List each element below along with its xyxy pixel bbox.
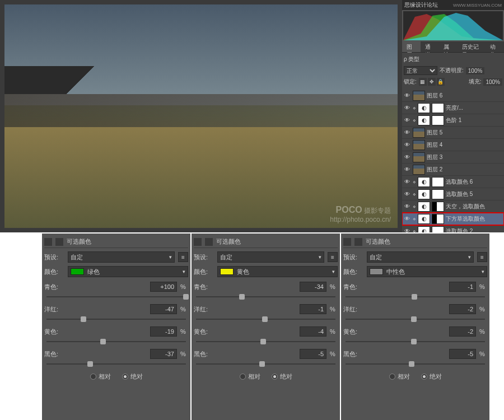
- mask-thumb[interactable]: [432, 226, 444, 233]
- layer-row[interactable]: 👁图层 3: [402, 151, 504, 164]
- layer-thumb[interactable]: [413, 152, 425, 162]
- layer-row[interactable]: 👁图层 4: [402, 139, 504, 151]
- yellow-slider[interactable]: [346, 338, 485, 346]
- absolute-radio[interactable]: 绝对: [421, 372, 442, 381]
- magenta-value-input[interactable]: [300, 304, 326, 314]
- visibility-eye-icon[interactable]: 👁: [403, 215, 411, 223]
- absolute-radio[interactable]: 绝对: [272, 372, 292, 381]
- mask-thumb[interactable]: [432, 214, 444, 224]
- mask-icon[interactable]: [205, 238, 213, 246]
- link-icon[interactable]: ⋄: [413, 179, 416, 185]
- tab-props[interactable]: 属性: [439, 41, 458, 52]
- layer-name[interactable]: 图层 5: [427, 129, 503, 137]
- tab-layers[interactable]: 图层: [402, 41, 421, 52]
- magenta-slider[interactable]: [196, 315, 335, 323]
- preset-menu-button[interactable]: ≡: [477, 252, 487, 262]
- layer-thumb[interactable]: [413, 91, 425, 101]
- cyan-slider[interactable]: [46, 293, 186, 301]
- tab-actions[interactable]: 动作: [486, 41, 504, 52]
- visibility-eye-icon[interactable]: 👁: [403, 227, 411, 233]
- mask-thumb[interactable]: [432, 189, 444, 199]
- link-icon[interactable]: ⋄: [413, 118, 416, 123]
- relative-radio[interactable]: 相对: [240, 372, 260, 381]
- adjustment-thumb[interactable]: ◐: [418, 103, 430, 113]
- mask-icon[interactable]: [354, 238, 362, 246]
- layer-name[interactable]: 图层 2: [427, 166, 503, 174]
- adjustment-icon[interactable]: [44, 238, 52, 246]
- mask-thumb[interactable]: [432, 202, 444, 212]
- opacity-value[interactable]: 100%: [466, 67, 485, 74]
- mask-thumb[interactable]: [432, 103, 444, 113]
- layer-row[interactable]: 👁⋄◐选取颜色 5: [402, 188, 504, 200]
- adjustment-icon[interactable]: [194, 238, 202, 246]
- layer-row[interactable]: 👁⋄◐选取颜色 2: [402, 225, 504, 232]
- adjustment-thumb[interactable]: ◐: [418, 226, 430, 233]
- mask-thumb[interactable]: [432, 115, 444, 125]
- link-icon[interactable]: ⋄: [413, 204, 416, 209]
- layer-thumb[interactable]: [413, 140, 425, 150]
- link-icon[interactable]: ⋄: [413, 192, 416, 197]
- layer-row[interactable]: 👁⋄◐色阶 1: [402, 114, 504, 127]
- lock-all-icon[interactable]: 🔒: [437, 78, 445, 86]
- blend-mode-select[interactable]: 正常: [404, 66, 437, 75]
- tab-channels[interactable]: 通道: [421, 41, 439, 52]
- visibility-eye-icon[interactable]: 👁: [403, 178, 411, 186]
- mask-icon[interactable]: [55, 238, 63, 246]
- layers-list[interactable]: 👁图层 6👁⋄◐亮度/...👁⋄◐色阶 1👁图层 5👁图层 4👁图层 3👁图层 …: [402, 90, 504, 232]
- visibility-eye-icon[interactable]: 👁: [403, 166, 411, 174]
- preset-select[interactable]: 自定▾: [217, 251, 324, 263]
- cyan-value-input[interactable]: [449, 282, 476, 292]
- yellow-value-input[interactable]: [150, 326, 177, 337]
- color-select[interactable]: 中性色▾: [367, 266, 487, 277]
- link-icon[interactable]: ⋄: [413, 228, 416, 233]
- layer-row[interactable]: 👁⋄◐选取颜色 6: [402, 176, 504, 188]
- relative-radio[interactable]: 相对: [90, 372, 111, 381]
- layer-row[interactable]: 👁⋄◐亮度/...: [402, 102, 504, 114]
- layer-thumb[interactable]: [413, 128, 425, 138]
- layer-name[interactable]: 天空，选取颜色: [446, 203, 503, 211]
- mask-thumb[interactable]: [432, 177, 444, 187]
- magenta-slider[interactable]: [46, 315, 186, 323]
- yellow-slider[interactable]: [196, 338, 335, 346]
- black-value-input[interactable]: [449, 349, 476, 359]
- color-select[interactable]: 黄色▾: [217, 266, 338, 277]
- magenta-value-input[interactable]: [449, 304, 476, 314]
- preset-select[interactable]: 自定▾: [367, 251, 474, 263]
- layer-name[interactable]: 下方草选取颜色: [446, 215, 503, 223]
- layer-row[interactable]: 👁图层 2: [402, 164, 504, 176]
- visibility-eye-icon[interactable]: 👁: [403, 190, 411, 198]
- layer-name[interactable]: 选取颜色 2: [446, 227, 503, 233]
- link-icon[interactable]: ⋄: [413, 216, 416, 222]
- adjustment-thumb[interactable]: ◐: [418, 202, 430, 212]
- layer-name[interactable]: 色阶 1: [446, 116, 503, 124]
- layer-name[interactable]: 亮度/...: [446, 104, 503, 112]
- preset-menu-button[interactable]: ≡: [328, 252, 338, 262]
- yellow-slider[interactable]: [46, 338, 186, 346]
- visibility-eye-icon[interactable]: 👁: [403, 92, 411, 100]
- magenta-slider[interactable]: [346, 315, 485, 323]
- visibility-eye-icon[interactable]: 👁: [403, 104, 411, 112]
- visibility-eye-icon[interactable]: 👁: [403, 203, 411, 211]
- layer-row[interactable]: 👁图层 6: [402, 90, 504, 102]
- relative-radio[interactable]: 相对: [389, 372, 410, 381]
- fill-value[interactable]: 100%: [483, 78, 502, 86]
- layer-row[interactable]: 👁⋄◐下方草选取颜色: [402, 213, 504, 225]
- color-select[interactable]: 绿色▾: [68, 266, 188, 277]
- cyan-value-input[interactable]: [300, 282, 326, 292]
- adjustment-thumb[interactable]: ◐: [418, 177, 430, 187]
- tab-history[interactable]: 历史记录: [458, 41, 486, 52]
- layer-row[interactable]: 👁⋄◐天空，选取颜色: [402, 200, 504, 213]
- histogram-panel[interactable]: [403, 11, 503, 40]
- preset-select[interactable]: 自定▾: [68, 251, 175, 263]
- adjustment-icon[interactable]: [343, 238, 351, 246]
- black-value-input[interactable]: [150, 349, 177, 359]
- adjustment-thumb[interactable]: ◐: [418, 189, 430, 199]
- visibility-eye-icon[interactable]: 👁: [403, 153, 411, 161]
- layer-name[interactable]: 选取颜色 6: [446, 178, 503, 186]
- visibility-eye-icon[interactable]: 👁: [403, 116, 411, 124]
- canvas-area[interactable]: POCO 摄影专题 http://photo.poco.cn/: [0, 0, 402, 232]
- preset-menu-button[interactable]: ≡: [178, 252, 188, 262]
- lock-position-icon[interactable]: ✥: [428, 78, 436, 86]
- absolute-radio[interactable]: 绝对: [122, 372, 143, 381]
- layer-name[interactable]: 图层 3: [427, 153, 503, 161]
